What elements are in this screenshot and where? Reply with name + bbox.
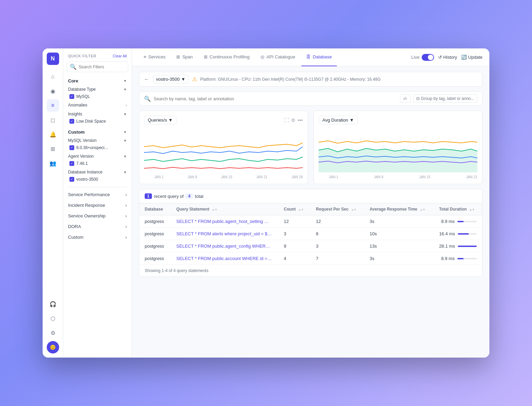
col-duration-header[interactable]: Total Duration ▲▼ bbox=[434, 203, 482, 215]
warning-icon: ⚠ bbox=[192, 76, 197, 82]
file-nav-btn[interactable]: ◻ bbox=[47, 114, 59, 126]
anomalies-header[interactable]: Anomalies › bbox=[68, 103, 127, 108]
sidebar-item-dora[interactable]: DORA › bbox=[63, 221, 132, 232]
mysql-filter-item[interactable]: ✓ MySQL bbox=[68, 93, 127, 100]
queries-chart-svg bbox=[144, 128, 303, 172]
col-count-header[interactable]: Count ▲▼ bbox=[278, 203, 311, 215]
more-chart-button[interactable]: ••• bbox=[298, 117, 303, 123]
profiling-tab-icon: ⊞ bbox=[204, 54, 208, 59]
code-button[interactable]: ‹/› bbox=[400, 94, 410, 103]
update-button[interactable]: 🔄 Update bbox=[461, 55, 483, 60]
duration-chart-svg bbox=[319, 128, 477, 172]
cell-art-2: 13s bbox=[364, 240, 434, 252]
clear-all-button[interactable]: Clear All bbox=[113, 54, 127, 58]
db-instance-title: Database Instance bbox=[68, 170, 102, 174]
table-row: postgress SELECT * FROM public.agent_hos… bbox=[139, 215, 482, 228]
user-avatar[interactable]: 😊 bbox=[47, 341, 59, 353]
mysql-version-checkbox[interactable]: ✓ bbox=[69, 145, 74, 150]
db-instance-filter-label: vostro-3500 bbox=[76, 177, 98, 182]
database-type-header[interactable]: Database Type ▼ bbox=[68, 87, 127, 92]
duration-title-button[interactable]: Avg Duration ▼ bbox=[319, 116, 358, 124]
sidebar-item-custom[interactable]: Custom › bbox=[63, 232, 132, 243]
mysql-version-header[interactable]: MySQL Version ▼ bbox=[68, 138, 127, 143]
settings-nav-btn[interactable]: ⚙ bbox=[47, 327, 59, 339]
cell-query-0: SELECT * FROM public.agent_host_setting … bbox=[171, 215, 278, 228]
total-count-badge: 4 bbox=[186, 193, 193, 199]
bell-nav-btn[interactable]: 🔔 bbox=[47, 128, 59, 140]
cell-art-1: 10s bbox=[364, 228, 434, 240]
low-disk-checkbox[interactable]: ✓ bbox=[69, 119, 74, 124]
mysql-version-filter-item[interactable]: ✓ 8.0.36+unspeci... bbox=[68, 144, 127, 151]
profiling-tab-label: Continuous Profiling bbox=[210, 54, 250, 59]
core-section-header[interactable]: Core ▼ bbox=[63, 76, 132, 86]
group-by-label: Group by tag, label or anno... bbox=[421, 96, 474, 101]
mysql-filter-label: MySQL bbox=[76, 94, 90, 99]
breadcrumb-bar: ← vostro-3500 ▼ ⚠ Platform: GNU/Linux - … bbox=[139, 72, 483, 87]
col-rps-header[interactable]: Request Per Sec ▲▼ bbox=[310, 203, 364, 215]
history-icon: ↺ bbox=[438, 55, 442, 60]
tab-services[interactable]: ≡ Services bbox=[139, 48, 170, 66]
low-disk-filter-label: Low Disk Space bbox=[76, 119, 106, 124]
db-instance-header[interactable]: Database Instance ▼ bbox=[68, 170, 127, 174]
sidebar-item-incident-response[interactable]: Incident Response › bbox=[63, 200, 132, 211]
agent-version-header[interactable]: Agent Version ▼ bbox=[68, 154, 127, 159]
total-label: total bbox=[195, 194, 203, 199]
tab-span[interactable]: ⊞ Span bbox=[171, 48, 197, 66]
expand-chart-button[interactable]: ⛶ bbox=[284, 117, 289, 123]
search-input[interactable] bbox=[154, 96, 397, 101]
group-by-button[interactable]: ⊟ Group by tag, label or anno... bbox=[413, 94, 477, 103]
app-logo[interactable]: N bbox=[47, 53, 59, 65]
live-toggle-switch[interactable] bbox=[422, 54, 434, 61]
col-query-header[interactable]: Query Statement ▲▼ bbox=[171, 203, 278, 215]
home-nav-btn[interactable]: ⌂ bbox=[47, 70, 59, 83]
db-instance-filter-item[interactable]: ✓ vostro-3500 bbox=[68, 176, 127, 183]
sidebar-item-service-performance[interactable]: Service Performance › bbox=[63, 189, 132, 200]
cell-duration-1: 16.4 ms bbox=[434, 228, 482, 240]
service-ownership-chevron-icon: › bbox=[125, 213, 127, 218]
sidebar-item-service-ownership[interactable]: Service Ownership › bbox=[63, 211, 132, 221]
queries-title-button[interactable]: Queries/s ▼ bbox=[144, 116, 177, 124]
incident-response-label: Incident Response bbox=[68, 203, 105, 208]
span-tab-label: Span bbox=[182, 54, 192, 59]
api-tab-icon: ◎ bbox=[261, 54, 264, 59]
low-disk-filter-item[interactable]: ✓ Low Disk Space bbox=[68, 118, 127, 125]
search-filter-box[interactable]: 🔍 bbox=[67, 61, 128, 72]
table-summary: 1 recent query of 4 total bbox=[139, 189, 482, 203]
svg-marker-0 bbox=[319, 148, 477, 172]
filter-chart-button[interactable]: ⚙ bbox=[291, 117, 296, 123]
tab-database[interactable]: 🗄 Database bbox=[301, 48, 337, 66]
users-nav-btn[interactable]: 👥 bbox=[47, 157, 59, 169]
service-performance-chevron-icon: › bbox=[125, 192, 127, 197]
mysql-checkbox[interactable]: ✓ bbox=[69, 94, 74, 99]
agent-version-checkbox[interactable]: ✓ bbox=[69, 161, 74, 166]
update-icon: 🔄 bbox=[461, 55, 467, 60]
sidebar-divider bbox=[68, 187, 127, 187]
package-nav-btn[interactable]: ⬡ bbox=[47, 312, 59, 325]
host-selector[interactable]: vostro-3500 ▼ bbox=[153, 75, 189, 83]
back-button[interactable]: ← bbox=[144, 76, 149, 82]
col-art-header[interactable]: Average Response Time ▲▼ bbox=[364, 203, 434, 215]
history-button[interactable]: ↺ History bbox=[438, 55, 457, 60]
charts-row: Queries/s ▼ ⛶ ⚙ ••• 400 300 bbox=[139, 111, 483, 184]
search-bar-actions: ‹/› ⊟ Group by tag, label or anno... bbox=[400, 94, 477, 103]
headset-nav-btn[interactable]: 🎧 bbox=[47, 298, 59, 310]
insights-header[interactable]: Insights ▼ bbox=[68, 112, 127, 116]
col-database-header[interactable]: Database bbox=[139, 203, 171, 215]
list-nav-btn[interactable]: ≡ bbox=[47, 99, 59, 112]
icon-nav: N ⌂ ◉ ≡ ◻ 🔔 ⊞ 👥 🎧 ⬡ ⚙ 😊 bbox=[43, 48, 63, 358]
search-filter-input[interactable] bbox=[79, 65, 125, 69]
history-label: History bbox=[443, 55, 457, 60]
tab-api-catalogue[interactable]: ◎ API Catalogue bbox=[256, 48, 300, 66]
duration-bar-bg-2 bbox=[458, 246, 477, 247]
tab-continuous-profiling[interactable]: ⊞ Continuous Profiling bbox=[199, 48, 254, 66]
db-instance-checkbox[interactable]: ✓ bbox=[69, 177, 74, 182]
grid-nav-btn[interactable]: ⊞ bbox=[47, 143, 59, 155]
database-type-title: Database Type bbox=[68, 87, 96, 92]
custom-section-header[interactable]: Custom ▼ bbox=[63, 127, 132, 137]
search-filter-icon: 🔍 bbox=[70, 64, 77, 70]
host-label: vostro-3500 bbox=[156, 77, 180, 82]
mysql-version-group: MySQL Version ▼ ✓ 8.0.36+unspeci... bbox=[63, 137, 132, 153]
agent-version-filter-item[interactable]: ✓ 7.46.1 bbox=[68, 160, 127, 167]
chart-nav-btn[interactable]: ◉ bbox=[47, 85, 59, 97]
duration-bar-3 bbox=[457, 258, 464, 259]
